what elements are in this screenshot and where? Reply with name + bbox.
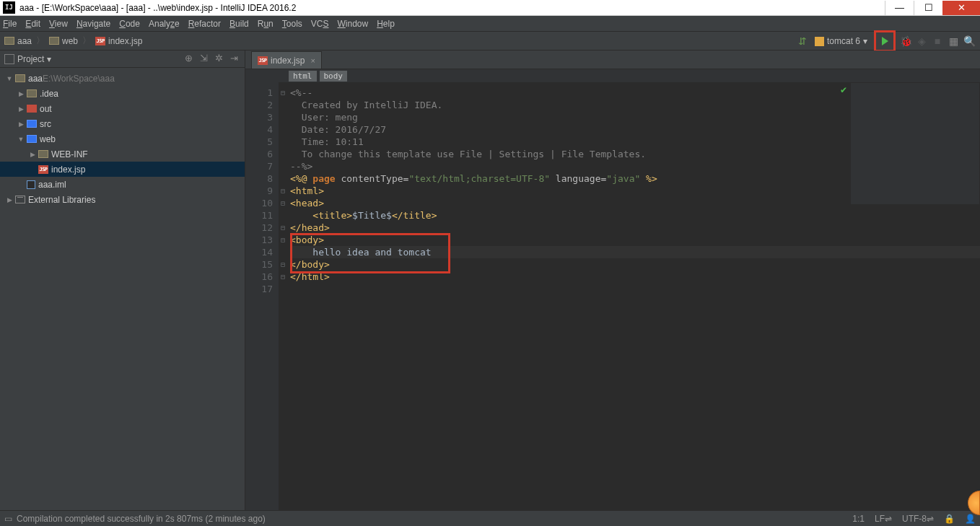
breadcrumb-item[interactable]: JSP index.jsp (95, 36, 142, 46)
collapse-icon[interactable]: ⇲ (197, 53, 210, 66)
breadcrumb: aaa 〉 web 〉 JSP index.jsp (4, 35, 146, 47)
app-icon: IJ (3, 1, 15, 14)
status-message: Compilation completed successfully in 2s… (17, 514, 266, 524)
breadcrumb-item[interactable]: aaa (4, 36, 32, 46)
tree-row[interactable]: ▼aaa E:\WorkSpace\aaa (0, 71, 245, 86)
chevron-right-icon: 〉 (36, 35, 45, 47)
tree-row[interactable]: ▶WEB-INF (0, 146, 245, 162)
maximize-button[interactable]: ☐ (914, 1, 942, 15)
folder-icon (27, 135, 37, 143)
menu-bar: File Edit View Navigate Code Analyze Ref… (0, 16, 980, 32)
tomcat-icon (815, 37, 824, 46)
run-config-label: tomcat 6 (827, 36, 860, 46)
tab-label: index.jsp (271, 56, 305, 66)
caret-position[interactable]: 1:1 (852, 514, 865, 524)
menu-tools[interactable]: Tools (282, 19, 302, 29)
stop-button[interactable]: ■ (929, 33, 945, 49)
tree-row[interactable]: aaa.iml (0, 177, 245, 192)
folder-icon (49, 37, 59, 45)
menu-analyze[interactable]: Analyze (149, 19, 180, 29)
menu-run[interactable]: Run (258, 19, 274, 29)
editor-tab-bar: JSP index.jsp × (245, 51, 980, 69)
folder-icon (27, 105, 37, 113)
folder-icon (4, 37, 14, 45)
chevron-down-icon: ▾ (863, 36, 867, 46)
run-config-selector[interactable]: tomcat 6 ▾ (810, 36, 872, 46)
project-header-label[interactable]: Project (17, 54, 44, 64)
hide-icon[interactable]: ⇥ (227, 53, 240, 66)
editor: JSP index.jsp × html body 12345678910111… (245, 51, 980, 510)
menu-navigate[interactable]: Navigate (76, 19, 110, 29)
editor-crumbs: html body (245, 69, 980, 82)
breadcrumb-label: aaa (17, 36, 32, 46)
menu-view[interactable]: View (49, 19, 68, 29)
status-bar: ▭ Compilation completed successfully in … (0, 510, 980, 526)
line-ending[interactable]: LF⇌ (875, 514, 892, 524)
folder-icon (15, 74, 25, 82)
fold-column[interactable]: ⊟ ⊟⊟⊟⊟⊟⊟ (279, 82, 287, 510)
crumb-html[interactable]: html (289, 71, 317, 82)
title-bar: IJ aaa - [E:\WorkSpace\aaa] - [aaa] - ..… (0, 0, 980, 16)
window-title: aaa - [E:\WorkSpace\aaa] - [aaa] - ..\we… (18, 3, 885, 13)
menu-window[interactable]: Window (337, 19, 368, 29)
gutter[interactable]: 1234567891011121314151617 (245, 82, 279, 510)
menu-help[interactable]: Help (377, 19, 395, 29)
run-button[interactable] (874, 30, 896, 52)
folder-icon (27, 120, 37, 128)
tree-row[interactable]: ▶src (0, 116, 245, 131)
menu-refactor[interactable]: Refactor (188, 19, 221, 29)
debug-button[interactable]: 🐞 (898, 33, 914, 49)
minimize-button[interactable]: — (885, 1, 914, 15)
inspection-ok-icon: ✔ (840, 85, 847, 95)
nav-bar: aaa 〉 web 〉 JSP index.jsp ⇵ tomcat 6 ▾ 🐞… (0, 32, 980, 51)
play-icon (882, 37, 888, 45)
gear-icon[interactable]: ✲ (212, 53, 225, 66)
tree-row[interactable]: ▶External Libraries (0, 192, 245, 207)
project-icon (4, 54, 14, 64)
folder-icon (38, 150, 48, 158)
folder-icon (27, 89, 37, 97)
locate-icon[interactable]: ⊕ (182, 53, 195, 66)
tree-row[interactable]: ▼web (0, 131, 245, 146)
chevron-down-icon[interactable]: ▾ (47, 54, 51, 64)
tree-row[interactable]: ▶.idea (0, 86, 245, 101)
close-icon[interactable]: × (310, 56, 315, 65)
minimap[interactable] (850, 82, 980, 205)
tree-row[interactable]: JSPindex.jsp (0, 162, 245, 177)
search-icon[interactable]: 🔍 (961, 33, 977, 49)
iml-icon (27, 180, 35, 189)
lib-icon (15, 196, 25, 203)
jsp-icon: JSP (258, 56, 268, 65)
project-tool-window: Project ▾ ⊕ ⇲ ✲ ⇥ ▼aaa E:\WorkSpace\aaa▶… (0, 51, 245, 510)
chevron-right-icon: 〉 (82, 35, 91, 47)
breadcrumb-item[interactable]: web (49, 36, 78, 46)
status-icon[interactable]: ▭ (4, 514, 12, 524)
hector-icon[interactable]: 👤 (965, 514, 976, 524)
close-button[interactable]: ✕ (942, 1, 980, 15)
jsp-icon: JSP (95, 37, 105, 45)
project-header: Project ▾ ⊕ ⇲ ✲ ⇥ (0, 51, 245, 68)
lock-icon[interactable]: 🔒 (944, 514, 955, 524)
menu-file[interactable]: File (3, 19, 17, 29)
menu-vcs[interactable]: VCS (311, 19, 329, 29)
layout-button[interactable]: ▦ (945, 33, 961, 49)
breadcrumb-label: web (62, 36, 78, 46)
tree-row[interactable]: ▶out (0, 101, 245, 116)
editor-tab[interactable]: JSP index.jsp × (251, 51, 322, 69)
menu-build[interactable]: Build (229, 19, 249, 29)
menu-edit[interactable]: Edit (25, 19, 40, 29)
menu-code[interactable]: Code (119, 19, 140, 29)
breadcrumb-label: index.jsp (108, 36, 142, 46)
build-icon[interactable]: ⇵ (795, 33, 810, 49)
encoding[interactable]: UTF-8⇌ (902, 514, 934, 524)
coverage-button[interactable]: ◈ (914, 33, 929, 49)
project-tree: ▼aaa E:\WorkSpace\aaa▶.idea▶out▶src▼web▶… (0, 68, 245, 207)
jsp-icon: JSP (38, 165, 48, 174)
crumb-body[interactable]: body (320, 71, 348, 82)
